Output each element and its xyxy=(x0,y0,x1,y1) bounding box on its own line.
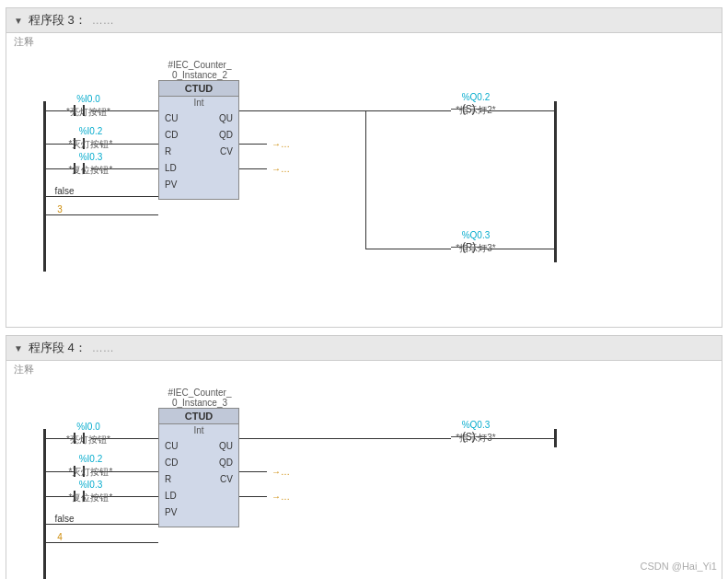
label-cu-3: %I0.0 *亮灯按钮* xyxy=(65,92,111,119)
label-cd-3: %I0.2 *灭灯按钮* xyxy=(65,124,116,151)
label-ld-value-4: false xyxy=(46,512,83,525)
label-pv-value-3: 3 xyxy=(46,203,74,215)
pin-cd-3: CD QD xyxy=(159,127,238,144)
instance-label-4: #IEC_Counter_ 0_Instance_3 xyxy=(158,388,241,408)
label-cu-4: %I0.0 *亮灯按钮* xyxy=(65,420,111,446)
label-ld-value-3: false xyxy=(46,184,83,197)
ctud-block-4: CTUD Int CU QU CD QD R CV LD xyxy=(158,408,239,527)
wire-cv-right-4 xyxy=(239,496,267,497)
instance-label-3: #IEC_Counter_ 0_Instance_2 xyxy=(158,60,241,80)
section-4: ▼ 程序段 4： …… 注释 #IEC_Counter_ 0_Instance_… xyxy=(6,335,722,579)
section-3-header: ▼ 程序段 3： …… xyxy=(6,8,722,33)
label-qu-3: %Q0.2 *指示灯2* xyxy=(444,90,508,117)
section-4-title: 程序段 4： xyxy=(29,340,87,356)
label-qd-dots-3: →… xyxy=(267,137,295,150)
label-cv-dots-3: →… xyxy=(267,162,295,175)
ladder-diagram-3: #IEC_Counter_ 0_Instance_2 CTUD Int CU Q… xyxy=(25,60,703,308)
wire-qu-right-3 xyxy=(239,110,451,111)
label-r-3: %I0.3 *复位按钮* xyxy=(65,150,116,177)
block-title-4: CTUD xyxy=(159,409,238,424)
wire-cv-right-3 xyxy=(239,168,267,169)
section-3: ▼ 程序段 3： …… 注释 #IEC_Counter_ 0_Instance_… xyxy=(6,7,722,328)
vline-qu-r-3 xyxy=(365,110,366,249)
block-subtitle-3: Int xyxy=(159,97,238,110)
pin-ld-4: LD xyxy=(159,488,238,504)
collapse-arrow-3[interactable]: ▼ xyxy=(14,16,23,26)
section-4-header: ▼ 程序段 4： …… xyxy=(6,336,722,361)
section-4-annotation: 注释 xyxy=(6,361,722,378)
section-4-ladder: #IEC_Counter_ 0_Instance_3 CTUD Int CU Q… xyxy=(6,378,722,579)
block-title-3: CTUD xyxy=(159,81,238,97)
section-3-title: 程序段 3： xyxy=(29,12,87,29)
pin-r-4: R CV xyxy=(159,471,238,488)
rail-right-3 xyxy=(554,101,557,262)
collapse-arrow-4[interactable]: ▼ xyxy=(14,343,23,353)
label-qd-dots-4: →… xyxy=(267,465,295,478)
pin-pv-4: PV xyxy=(159,504,238,521)
block-subtitle-4: Int xyxy=(159,424,238,438)
label-cd-4: %I0.2 *灭灯按钮* xyxy=(65,452,116,479)
pin-pv-3: PV xyxy=(159,177,238,193)
label-r-output-3: %Q0.3 *指示灯3* xyxy=(444,228,508,255)
wire-r-output-3 xyxy=(365,249,451,249)
label-qu-4: %Q0.3 *指示灯3* xyxy=(444,418,508,445)
section-3-dots: …… xyxy=(92,14,114,27)
wire-qu-right-4 xyxy=(239,438,451,439)
pin-ld-3: LD xyxy=(159,160,238,177)
pin-r-3: R CV xyxy=(159,144,238,160)
pin-cu-3: CU QU xyxy=(159,110,238,127)
wire-qd-right-3 xyxy=(239,144,267,145)
ctud-block-3: CTUD Int CU QU CD QD R CV LD xyxy=(158,80,239,200)
rail-left-4 xyxy=(43,429,46,579)
watermark: CSDN @Hai_Yi1 xyxy=(640,561,717,572)
label-cv-dots-4: →… xyxy=(267,490,295,503)
section-4-dots: …… xyxy=(92,342,114,354)
section-3-annotation: 注释 xyxy=(6,33,722,51)
ladder-diagram-4: #IEC_Counter_ 0_Instance_3 CTUD Int CU Q… xyxy=(25,388,703,579)
pin-cd-4: CD QD xyxy=(159,455,238,471)
pin-cu-4: CU QU xyxy=(159,438,238,455)
section-3-ladder: #IEC_Counter_ 0_Instance_2 CTUD Int CU Q… xyxy=(6,51,722,327)
label-pv-value-4: 4 xyxy=(46,530,74,543)
rail-right-4 xyxy=(554,429,557,447)
label-r-4: %I0.3 *复位按钮* xyxy=(65,478,116,504)
wire-qd-right-4 xyxy=(239,471,267,472)
